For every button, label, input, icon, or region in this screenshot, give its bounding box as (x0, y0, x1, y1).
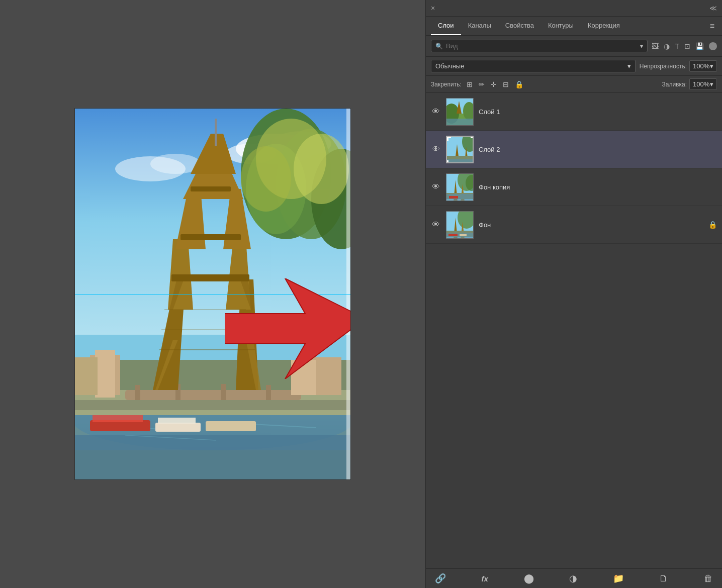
lock-bar: Закрепить: ⊞ ✏ ✛ ⊟ 🔒 Заливка: 100% ▾ (426, 76, 722, 93)
layer-thumbnail (446, 173, 474, 201)
svg-point-12 (241, 146, 291, 212)
blend-dropdown-icon: ▾ (627, 62, 631, 70)
layer-visibility-toggle[interactable]: 👁 (431, 220, 441, 229)
new-group-button[interactable]: 📁 (611, 573, 626, 584)
blend-bar: Обычные ▾ Непрозрачность: 100% ▾ (426, 57, 722, 76)
tab-correction[interactable]: Коррекция (581, 17, 627, 35)
layer-visibility-toggle[interactable]: 👁 (431, 145, 441, 154)
search-wrapper[interactable]: 🔍 ▾ (431, 40, 648, 52)
layers-list: 👁 Слой 1 👁 (426, 93, 722, 568)
lock-all-icon[interactable]: 🔒 (515, 80, 523, 88)
lock-move-icon[interactable]: ✛ (491, 80, 497, 88)
close-button[interactable]: × (431, 4, 435, 12)
svg-rect-52 (95, 350, 115, 398)
add-mask-button[interactable]: ⬤ (522, 573, 536, 584)
link-layers-button[interactable]: 🔗 (433, 573, 448, 584)
svg-rect-21 (75, 400, 350, 410)
opacity-input[interactable]: 100% ▾ (689, 60, 717, 72)
svg-rect-44 (215, 119, 217, 146)
layer-thumbnail (446, 211, 474, 239)
bottom-toolbar: 🔗 fx ⬤ ◑ 📁 🗋 🗑 (426, 568, 722, 588)
layer-visibility-toggle[interactable]: 👁 (431, 182, 441, 191)
fx-button[interactable]: fx (480, 574, 490, 583)
fill-group: Заливка: 100% ▾ (662, 78, 717, 90)
circle-icon[interactable]: ◑ (664, 42, 670, 50)
layer-name: Слой 2 (479, 146, 717, 153)
blend-mode-value: Обычные (435, 62, 464, 70)
collapse-button[interactable]: ≪ (709, 4, 717, 12)
layer-thumbnail (446, 98, 474, 126)
tab-layers[interactable]: Слои (431, 17, 461, 35)
layer-item[interactable]: 👁 Фон 🔒 (426, 206, 722, 244)
layer-thumbnail (446, 136, 474, 163)
panel-tabs: Слои Каналы Свойства Контуры Коррекция ≡ (426, 17, 722, 36)
lock-brush-icon[interactable]: ✏ (479, 80, 485, 88)
svg-rect-69 (447, 159, 474, 163)
lock-pixel-icon[interactable]: ⊞ (467, 80, 473, 88)
search-icons: 🖼 ◑ T ⊡ 💾 (652, 42, 717, 50)
svg-rect-27 (125, 390, 301, 400)
svg-rect-72 (471, 137, 474, 138)
canvas-area (0, 0, 425, 588)
fill-label: Заливка: (662, 81, 687, 88)
add-adjustment-button[interactable]: ◑ (567, 573, 579, 584)
panel-menu-button[interactable]: ≡ (707, 19, 717, 33)
layer-item[interactable]: 👁 (426, 131, 722, 168)
opacity-dropdown-icon: ▾ (710, 62, 713, 70)
fill-value: 100% (693, 80, 709, 88)
search-dropdown-icon[interactable]: ▾ (640, 43, 643, 50)
filter-toggle[interactable] (709, 42, 717, 50)
layers-panel: × ≪ Слои Каналы Свойства Контуры Коррекц… (425, 0, 722, 588)
new-layer-button[interactable]: 🗋 (657, 573, 670, 584)
tab-channels[interactable]: Каналы (461, 17, 498, 35)
svg-rect-77 (473, 160, 474, 163)
layer-item[interactable]: 👁 Фон копия (426, 168, 722, 206)
svg-rect-93 (460, 234, 467, 236)
svg-rect-92 (448, 234, 458, 236)
svg-rect-23 (93, 415, 143, 422)
svg-rect-75 (447, 160, 448, 163)
svg-point-11 (294, 134, 349, 204)
fill-dropdown-icon: ▾ (710, 80, 713, 88)
layer-lock-icon: 🔒 (708, 221, 717, 229)
svg-rect-71 (447, 137, 448, 141)
svg-rect-76 (471, 163, 474, 163)
smart-icon[interactable]: 💾 (695, 42, 704, 50)
tab-properties[interactable]: Свойства (498, 17, 541, 35)
svg-rect-26 (206, 421, 256, 431)
svg-rect-63 (446, 119, 474, 126)
svg-rect-25 (158, 418, 196, 424)
panel-header: × ≪ (426, 0, 722, 17)
lock-artboard-icon[interactable]: ⊟ (503, 80, 509, 88)
svg-rect-16 (75, 435, 350, 479)
lock-label: Закрепить: (431, 81, 462, 88)
red-arrow (225, 278, 350, 379)
delete-layer-button[interactable]: 🗑 (702, 573, 715, 584)
opacity-value: 100% (693, 62, 709, 70)
svg-rect-28 (135, 385, 140, 400)
fill-input[interactable]: 100% ▾ (689, 78, 717, 90)
blend-mode-dropdown[interactable]: Обычные ▾ (431, 60, 636, 72)
transform-icon[interactable]: ⊡ (684, 42, 690, 50)
svg-rect-31 (266, 385, 271, 400)
layer-item[interactable]: 👁 Слой 1 (426, 93, 722, 131)
opacity-group: Непрозрачность: 100% ▾ (640, 60, 717, 72)
svg-rect-74 (447, 163, 451, 163)
text-icon[interactable]: T (675, 42, 679, 50)
layer-name: Фон копия (479, 183, 717, 191)
svg-rect-85 (449, 196, 458, 199)
opacity-label: Непрозрачность: (640, 63, 687, 70)
search-bar: 🔍 ▾ 🖼 ◑ T ⊡ 💾 (426, 36, 722, 57)
tab-paths[interactable]: Контуры (541, 17, 581, 35)
layer-name: Фон (479, 221, 703, 229)
svg-rect-24 (155, 423, 201, 432)
layer-name: Слой 1 (479, 108, 717, 116)
main-canvas (74, 108, 351, 480)
search-input[interactable] (446, 42, 637, 50)
svg-marker-57 (225, 278, 350, 379)
lock-icons: ⊞ ✏ ✛ ⊟ 🔒 (467, 80, 523, 88)
image-icon[interactable]: 🖼 (652, 42, 659, 50)
layer-visibility-toggle[interactable]: 👁 (431, 107, 441, 116)
svg-rect-30 (221, 384, 226, 400)
search-icon: 🔍 (435, 43, 443, 50)
